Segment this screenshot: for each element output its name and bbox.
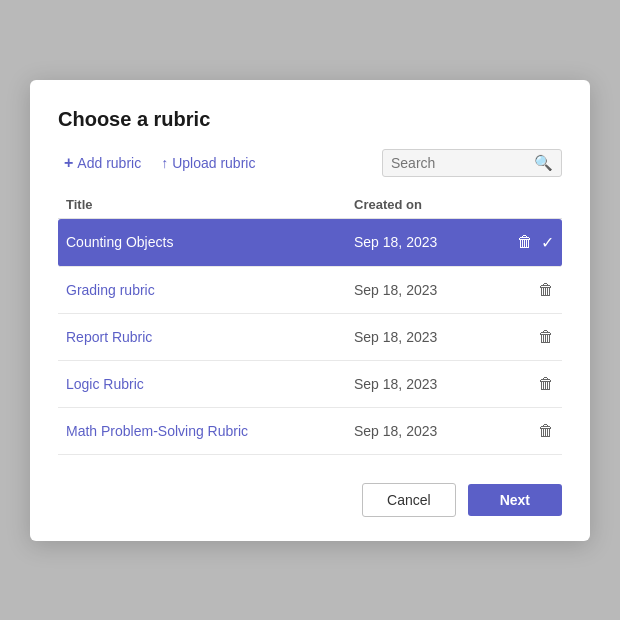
upload-rubric-label: Upload rubric <box>172 155 255 171</box>
search-box[interactable]: 🔍 <box>382 149 562 177</box>
cancel-button[interactable]: Cancel <box>362 483 456 517</box>
table-row[interactable]: Report RubricSep 18, 2023🗑 <box>58 314 562 361</box>
row-actions: 🗑 <box>494 281 554 299</box>
row-title: Counting Objects <box>66 234 354 250</box>
col-title-header: Title <box>66 197 354 212</box>
delete-icon[interactable]: 🗑 <box>538 422 554 440</box>
add-rubric-button[interactable]: + Add rubric <box>58 150 147 176</box>
delete-icon[interactable]: 🗑 <box>538 375 554 393</box>
row-title: Report Rubric <box>66 329 354 345</box>
row-title: Math Problem-Solving Rubric <box>66 423 354 439</box>
row-date: Sep 18, 2023 <box>354 376 494 392</box>
table-row[interactable]: Math Problem-Solving RubricSep 18, 2023🗑 <box>58 408 562 455</box>
rubric-table: Counting ObjectsSep 18, 2023🗑✓Grading ru… <box>58 219 562 455</box>
col-created-header: Created on <box>354 197 494 212</box>
upload-icon: ↑ <box>161 155 168 171</box>
search-icon: 🔍 <box>534 154 553 172</box>
table-row[interactable]: Grading rubricSep 18, 2023🗑 <box>58 267 562 314</box>
toolbar: + Add rubric ↑ Upload rubric 🔍 <box>58 149 562 177</box>
upload-rubric-button[interactable]: ↑ Upload rubric <box>155 151 261 175</box>
table-row[interactable]: Counting ObjectsSep 18, 2023🗑✓ <box>58 219 562 267</box>
row-title: Grading rubric <box>66 282 354 298</box>
delete-icon[interactable]: 🗑 <box>538 281 554 299</box>
table-header: Title Created on <box>58 191 562 219</box>
search-input[interactable] <box>391 155 528 171</box>
delete-icon[interactable]: 🗑 <box>517 233 533 251</box>
row-actions: 🗑 <box>494 328 554 346</box>
row-date: Sep 18, 2023 <box>354 423 494 439</box>
row-actions: 🗑 <box>494 422 554 440</box>
modal-overlay: Choose a rubric + Add rubric ↑ Upload ru… <box>0 0 620 620</box>
row-date: Sep 18, 2023 <box>354 234 494 250</box>
add-rubric-label: Add rubric <box>77 155 141 171</box>
delete-icon[interactable]: 🗑 <box>538 328 554 346</box>
row-date: Sep 18, 2023 <box>354 282 494 298</box>
plus-icon: + <box>64 154 73 172</box>
table-row[interactable]: Logic RubricSep 18, 2023🗑 <box>58 361 562 408</box>
row-title: Logic Rubric <box>66 376 354 392</box>
row-date: Sep 18, 2023 <box>354 329 494 345</box>
next-button[interactable]: Next <box>468 484 562 516</box>
choose-rubric-modal: Choose a rubric + Add rubric ↑ Upload ru… <box>30 80 590 541</box>
row-actions: 🗑 <box>494 375 554 393</box>
row-actions: 🗑✓ <box>494 233 554 252</box>
modal-footer: Cancel Next <box>58 483 562 517</box>
check-icon: ✓ <box>541 233 554 252</box>
modal-title: Choose a rubric <box>58 108 562 131</box>
